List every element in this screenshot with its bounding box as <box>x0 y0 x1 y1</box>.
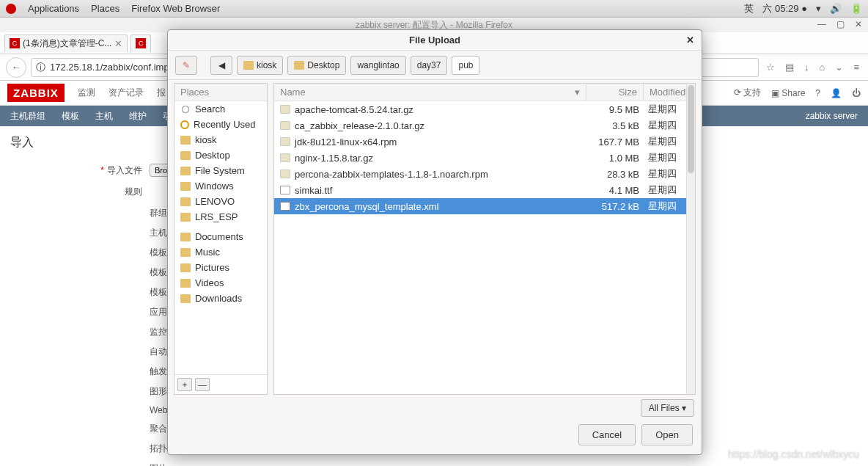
edit-path-button[interactable]: ✎ <box>175 56 197 75</box>
subnav-right: zabbix server <box>806 111 858 121</box>
close-window-button[interactable]: ✕ <box>855 19 862 29</box>
search-icon <box>180 105 191 114</box>
file-row[interactable]: jdk-8u121-linux-x64.rpm167.7 MB星期四 <box>274 134 695 150</box>
wifi-icon[interactable]: ▾ <box>816 3 821 14</box>
folder-icon <box>294 61 304 70</box>
place-item[interactable]: Videos <box>174 275 267 291</box>
col-name[interactable]: Name▾ <box>274 84 586 101</box>
import-file-label: 导入文件 <box>10 164 150 177</box>
battery-icon[interactable]: 🔋 <box>850 3 862 14</box>
info-icon[interactable]: ⓘ <box>36 61 45 74</box>
place-item[interactable]: Music <box>174 244 267 260</box>
clock-icon <box>180 120 189 129</box>
file-row[interactable]: percona-zabbix-templates-1.1.8-1.noarch.… <box>274 166 695 182</box>
menu-icon[interactable]: ≡ <box>853 62 859 73</box>
col-size[interactable]: Size <box>586 84 644 101</box>
place-label: Videos <box>195 277 224 288</box>
nav-item[interactable]: 报 <box>157 87 166 99</box>
place-item[interactable]: Search <box>174 101 267 117</box>
file-row[interactable]: nginx-1.15.8.tar.gz1.0 MB星期四 <box>274 150 695 166</box>
help-icon[interactable]: ? <box>815 88 820 98</box>
subnav-item[interactable]: 模板 <box>62 110 79 123</box>
place-label: kiosk <box>195 134 217 145</box>
places-menu[interactable]: Places <box>91 3 119 14</box>
user-icon[interactable]: 👤 <box>831 88 842 98</box>
nav-item[interactable]: 资产记录 <box>108 87 144 99</box>
breadcrumb-item[interactable]: kiosk <box>237 56 283 75</box>
support-link[interactable]: ⟳ 支持 <box>734 87 761 99</box>
path-back-button[interactable]: ◀ <box>210 56 232 75</box>
file-filter-dropdown[interactable]: All Files ▾ <box>641 399 694 417</box>
place-item[interactable]: File System <box>174 163 267 178</box>
place-label: LRS_ESP <box>195 211 238 222</box>
back-button[interactable]: ← <box>6 57 26 78</box>
browser-tab[interactable]: C <box>130 34 151 52</box>
input-lang[interactable]: 英 <box>744 2 754 15</box>
maximize-button[interactable]: ▢ <box>836 19 845 29</box>
open-button[interactable]: Open <box>641 424 693 445</box>
subnav-item[interactable]: 维护 <box>129 110 147 123</box>
home-icon[interactable]: ⌂ <box>820 62 825 73</box>
subnav-item[interactable]: 主机群组 <box>10 110 45 123</box>
file-icon <box>280 202 290 211</box>
file-icon <box>280 105 290 114</box>
files-scrollbar[interactable] <box>686 84 695 394</box>
browser-tab[interactable]: C (1条消息)文章管理-C... ✕ <box>4 34 128 52</box>
file-size: 28.3 kB <box>586 169 644 180</box>
file-icon <box>280 121 290 130</box>
place-item[interactable]: kiosk <box>174 132 267 148</box>
place-item[interactable]: Pictures <box>174 260 267 275</box>
library-icon[interactable]: ▤ <box>785 62 794 73</box>
place-label: Music <box>195 247 220 258</box>
place-item[interactable]: Windows <box>174 178 267 194</box>
remove-bookmark-button[interactable]: — <box>195 378 210 391</box>
gnome-topbar: Applications Places Firefox Web Browser … <box>0 0 868 18</box>
file-name: zbx_percona_mysql_template.xml <box>295 201 439 212</box>
place-label: File System <box>195 165 245 176</box>
file-name: jdk-8u121-linux-x64.rpm <box>295 136 397 148</box>
file-row[interactable]: simkai.ttf4.1 MB星期四 <box>274 182 695 198</box>
place-item[interactable]: Downloads <box>174 291 267 306</box>
file-size: 3.5 kB <box>586 120 644 131</box>
place-label: Documents <box>195 231 243 242</box>
downloads-icon[interactable]: ↓ <box>804 62 809 73</box>
volume-icon[interactable]: 🔊 <box>830 3 842 14</box>
minimize-button[interactable]: — <box>817 19 826 29</box>
breadcrumb-item-current[interactable]: pub <box>452 56 479 75</box>
applications-menu[interactable]: Applications <box>28 3 79 14</box>
file-size: 167.7 MB <box>586 136 644 148</box>
place-label: Desktop <box>195 150 230 161</box>
place-item[interactable]: LRS_ESP <box>174 209 267 225</box>
bookmark-icon[interactable]: ☆ <box>766 62 775 73</box>
folder-icon <box>180 294 191 303</box>
file-name: simkai.ttf <box>295 185 332 196</box>
place-item[interactable]: Recently Used <box>174 117 267 132</box>
dialog-close-icon[interactable]: ✕ <box>686 34 694 45</box>
cancel-button[interactable]: Cancel <box>578 424 636 445</box>
place-item[interactable]: LENOVO <box>174 194 267 209</box>
breadcrumb-item[interactable]: wanglintao <box>350 56 405 75</box>
share-link[interactable]: ▣ Share <box>771 88 805 98</box>
power-icon[interactable]: ⏻ <box>852 88 861 98</box>
subnav-item[interactable]: 主机 <box>95 110 113 123</box>
file-icon <box>280 137 290 146</box>
breadcrumb-item[interactable]: day37 <box>411 56 448 75</box>
zabbix-logo[interactable]: ZABBIX <box>7 84 65 102</box>
file-row[interactable]: zbx_percona_mysql_template.xml517.2 kB星期… <box>274 198 695 214</box>
current-app[interactable]: Firefox Web Browser <box>131 3 220 14</box>
file-row[interactable]: ca_zabbix_release-2.1.0.tar.gz3.5 kB星期四 <box>274 117 695 134</box>
clock[interactable]: 六 05:29 ● <box>762 2 807 15</box>
breadcrumb-item[interactable]: Desktop <box>287 56 346 75</box>
files-pane: Name▾ Size Modified apache-tomcat-8.5.24… <box>273 83 696 395</box>
add-bookmark-button[interactable]: + <box>177 378 192 391</box>
file-row[interactable]: apache-tomcat-8.5.24.tar.gz9.5 MB星期四 <box>274 101 695 117</box>
pocket-icon[interactable]: ⌄ <box>835 62 843 73</box>
folder-icon <box>180 248 191 257</box>
folder-icon <box>180 233 191 241</box>
place-item[interactable]: Desktop <box>174 148 267 163</box>
place-item[interactable]: Documents <box>174 229 267 244</box>
close-tab-icon[interactable]: ✕ <box>114 38 122 49</box>
place-label: Recently Used <box>194 119 256 130</box>
dialog-toolbar: ✎ ◀ kiosk Desktop wanglintao day37 pub <box>168 51 702 80</box>
nav-item[interactable]: 监测 <box>78 87 95 99</box>
